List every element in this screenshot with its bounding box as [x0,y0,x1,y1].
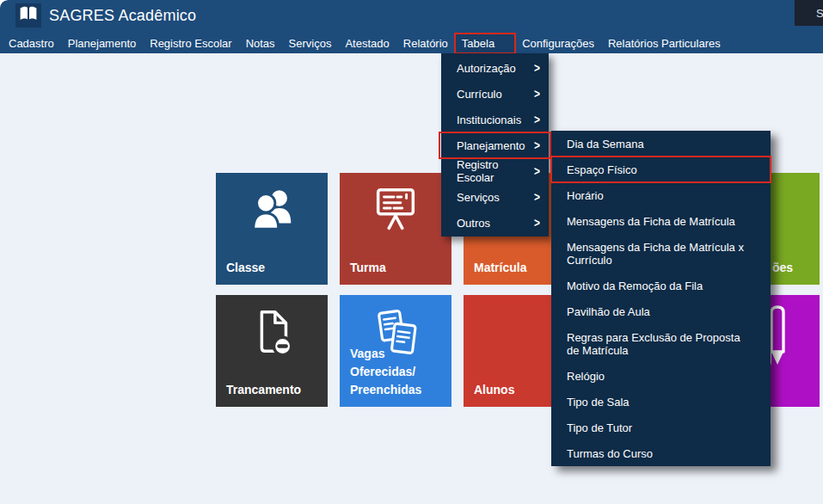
sm-turmas-do-curso[interactable]: Turmas do Curso [551,440,771,466]
dd-outros-label: Outros [457,217,490,230]
dd-servicos-label: Serviços [457,191,500,204]
menu-tabela[interactable]: Tabela [455,34,515,53]
chevron-right-icon: > [534,215,540,230]
dd-curriculo[interactable]: Currículo > [441,81,549,107]
tile-trancamento[interactable]: Trancamento [216,295,328,407]
dd-planejamento[interactable]: Planejamento > [441,132,549,158]
sm-tipo-de-tutor[interactable]: Tipo de Tutor [551,415,771,440]
sm-relogio[interactable]: Relógio [551,363,771,389]
dd-outros[interactable]: Outros > [441,210,549,236]
planejamento-submenu: Dia da Semana Espaço Físico Horário Mens… [551,131,771,466]
chevron-right-icon: > [534,189,540,205]
dd-autorizacao-label: Autorização [457,62,516,75]
menu-relatorio[interactable]: Relatório [396,34,455,53]
sm-espaco-fisico[interactable]: Espaço Físico [551,157,771,182]
sm-dia-da-semana[interactable]: Dia da Semana [551,131,771,157]
menu-configuracoes[interactable]: Configurações [515,34,601,53]
menu-relatorios-particulares[interactable]: Relatórios Particulares [601,34,728,53]
menu-servicos[interactable]: Serviços [282,34,339,53]
sm-motivo-remocao-fila[interactable]: Motivo da Remoção da Fila [551,273,771,298]
menu-planejamento[interactable]: Planejamento [61,34,144,53]
tile-green-label: ões [772,259,816,277]
chevron-right-icon: > [534,86,540,101]
dd-registro-escolar-label: Registro Escolar [457,158,534,184]
sm-espaco-fisico-label: Espaço Físico [567,163,637,176]
open-book-icon [18,4,39,27]
dd-curriculo-label: Currículo [457,88,502,101]
tile-classe-label: Classe [226,259,324,277]
tile-trancamento-label: Trancamento [226,381,324,399]
chevron-right-icon: > [534,138,540,153]
dd-institucionais-label: Institucionais [457,114,521,126]
sm-pavilhao-de-aula[interactable]: Pavilhão de Aula [551,298,771,324]
main-menubar: Cadastro Planejamento Registro Escolar N… [2,33,728,53]
sm-mensagens-ficha-curriculo[interactable]: Mensagens da Ficha de Matrícula x Curríc… [551,234,771,273]
sm-horario[interactable]: Horário [551,182,771,208]
presentation-board-icon [340,185,451,235]
header-bar: SAGRES Acadêmico S Cadastro Planejamento… [0,0,823,53]
tile-classe[interactable]: Classe [216,173,328,285]
menu-atestado[interactable]: Atestado [338,34,396,53]
sm-mensagens-ficha[interactable]: Mensagens da Ficha de Matrícula [551,208,771,234]
menu-cadastro[interactable]: Cadastro [2,34,61,53]
dd-autorizacao[interactable]: Autorização > [441,55,549,81]
tile-vagas-oferecidas[interactable]: Vagas Oferecidas/ Preenchidas [340,295,451,407]
chevron-right-icon: > [534,60,540,76]
menu-notas[interactable]: Notas [239,34,282,53]
tile-turma[interactable]: Turma [340,173,451,285]
tile-turma-label: Turma [350,259,448,277]
chevron-right-icon: > [534,112,540,127]
tabela-dropdown-menu: Autorização > Currículo > Institucionais… [441,53,549,237]
account-button[interactable]: S [795,0,823,26]
dd-registro-escolar[interactable]: Registro Escolar > [441,158,549,184]
dd-institucionais[interactable]: Institucionais > [441,107,549,132]
highlight-box-tabela [454,33,516,54]
dd-servicos[interactable]: Serviços > [441,184,549,210]
app-logo [15,3,41,28]
dd-planejamento-label: Planejamento [457,139,525,152]
tile-vagas-label: Vagas Oferecidas/ Preenchidas [350,345,448,399]
sagres-app-window: SAGRES Acadêmico S Cadastro Planejamento… [0,0,823,504]
menu-registro-escolar[interactable]: Registro Escolar [143,34,238,53]
chevron-right-icon: > [534,163,540,179]
document-minus-icon [216,307,328,359]
people-icon [216,185,328,235]
app-title: SAGRES Acadêmico [49,7,196,25]
sm-regras-exclusao-proposta[interactable]: Regras para Exclusão de Proposta de Matr… [551,324,771,363]
sm-tipo-de-sala[interactable]: Tipo de Sala [551,389,771,415]
